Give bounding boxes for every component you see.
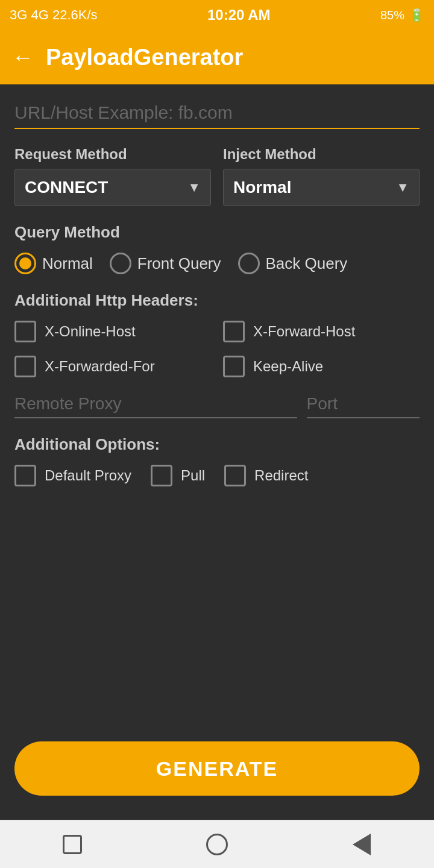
generate-button[interactable]: GENERATE xyxy=(14,741,420,796)
checkbox-label-x-online-host: X-Online-Host xyxy=(45,323,136,340)
checkbox-x-online-host xyxy=(14,321,36,342)
checkbox-x-forwarded-for xyxy=(14,356,36,377)
request-method-label: Request Method xyxy=(14,146,211,163)
battery-icon: 🔋 xyxy=(409,8,424,22)
inject-method-value: Normal xyxy=(233,178,291,197)
checkbox-redirect xyxy=(224,465,246,486)
proxy-row xyxy=(14,394,420,418)
radio-item-normal[interactable]: Normal xyxy=(14,253,93,274)
checkbox-label-x-forwarded-for: X-Forwarded-For xyxy=(45,358,155,375)
port-input[interactable] xyxy=(307,394,420,414)
inject-method-label: Inject Method xyxy=(223,146,420,163)
recent-apps-button[interactable] xyxy=(60,832,84,857)
checkbox-item-x-online-host[interactable]: X-Online-Host xyxy=(14,321,211,342)
checkbox-item-redirect[interactable]: Redirect xyxy=(224,465,308,486)
remote-proxy-container xyxy=(14,394,297,418)
checkbox-label-pull: Pull xyxy=(181,467,205,484)
additional-headers-label: Additional Http Headers: xyxy=(14,291,420,310)
home-button[interactable] xyxy=(205,832,229,857)
checkbox-default-proxy xyxy=(14,465,36,486)
port-container xyxy=(307,394,420,418)
checkbox-keep-alive xyxy=(223,356,245,377)
headers-checkbox-grid: X-Online-Host X-Forward-Host X-Forwarded… xyxy=(14,321,420,377)
query-method-section: Query Method Normal Front Query Back Que… xyxy=(14,223,420,274)
back-button[interactable]: ← xyxy=(12,45,34,70)
radio-label-normal: Normal xyxy=(42,254,93,273)
back-nav-icon xyxy=(353,834,371,855)
checkbox-pull xyxy=(151,465,172,486)
main-content: Request Method CONNECT ▼ Inject Method N… xyxy=(0,84,434,820)
checkbox-item-keep-alive[interactable]: Keep-Alive xyxy=(223,356,420,377)
request-method-chevron-icon: ▼ xyxy=(187,180,201,195)
checkbox-item-pull[interactable]: Pull xyxy=(151,465,205,486)
method-row: Request Method CONNECT ▼ Inject Method N… xyxy=(14,146,420,206)
checkbox-x-forward-host xyxy=(223,321,245,342)
radio-inner-normal xyxy=(19,257,31,269)
additional-options-label: Additional Options: xyxy=(14,435,420,454)
checkbox-item-x-forwarded-for[interactable]: X-Forwarded-For xyxy=(14,356,211,377)
radio-circle-back-query xyxy=(238,253,260,274)
additional-options-section: Additional Options: Default Proxy Pull R… xyxy=(14,435,420,486)
back-nav-button[interactable] xyxy=(350,832,374,857)
status-left: 3G 4G 22.6K/s xyxy=(10,7,98,23)
url-host-input[interactable] xyxy=(14,102,420,123)
radio-item-front-query[interactable]: Front Query xyxy=(110,253,221,274)
page-title: PayloadGenerator xyxy=(46,45,243,71)
remote-proxy-input[interactable] xyxy=(14,394,297,414)
radio-item-back-query[interactable]: Back Query xyxy=(238,253,348,274)
app-bar: ← PayloadGenerator xyxy=(0,30,434,84)
radio-label-back-query: Back Query xyxy=(266,254,348,273)
status-right: 85% 🔋 xyxy=(380,8,424,22)
additional-headers-section: Additional Http Headers: X-Online-Host X… xyxy=(14,291,420,377)
recent-apps-icon xyxy=(63,835,82,854)
inject-method-col: Inject Method Normal ▼ xyxy=(223,146,420,206)
request-method-dropdown[interactable]: CONNECT ▼ xyxy=(14,169,211,206)
status-bar: 3G 4G 22.6K/s 10:20 AM 85% 🔋 xyxy=(0,0,434,30)
request-method-col: Request Method CONNECT ▼ xyxy=(14,146,211,206)
battery-status: 85% xyxy=(380,8,404,22)
radio-circle-normal xyxy=(14,253,36,274)
checkbox-label-redirect: Redirect xyxy=(254,467,308,484)
checkbox-label-x-forward-host: X-Forward-Host xyxy=(253,323,355,340)
status-time: 10:20 AM xyxy=(207,7,270,24)
url-input-container xyxy=(14,102,420,129)
checkbox-label-default-proxy: Default Proxy xyxy=(45,467,131,484)
request-method-value: CONNECT xyxy=(25,178,108,197)
checkbox-label-keep-alive: Keep-Alive xyxy=(253,358,323,375)
checkbox-item-default-proxy[interactable]: Default Proxy xyxy=(14,465,131,486)
checkbox-item-x-forward-host[interactable]: X-Forward-Host xyxy=(223,321,420,342)
radio-circle-front-query xyxy=(110,253,131,274)
options-checkbox-row: Default Proxy Pull Redirect xyxy=(14,465,420,486)
home-icon xyxy=(206,834,228,855)
bottom-nav xyxy=(0,820,434,868)
query-method-radio-group: Normal Front Query Back Query xyxy=(14,253,420,274)
radio-label-front-query: Front Query xyxy=(137,254,221,273)
inject-method-dropdown[interactable]: Normal ▼ xyxy=(223,169,420,206)
inject-method-chevron-icon: ▼ xyxy=(396,180,409,195)
query-method-label: Query Method xyxy=(14,223,420,242)
network-status: 3G 4G 22.6K/s xyxy=(10,7,98,23)
